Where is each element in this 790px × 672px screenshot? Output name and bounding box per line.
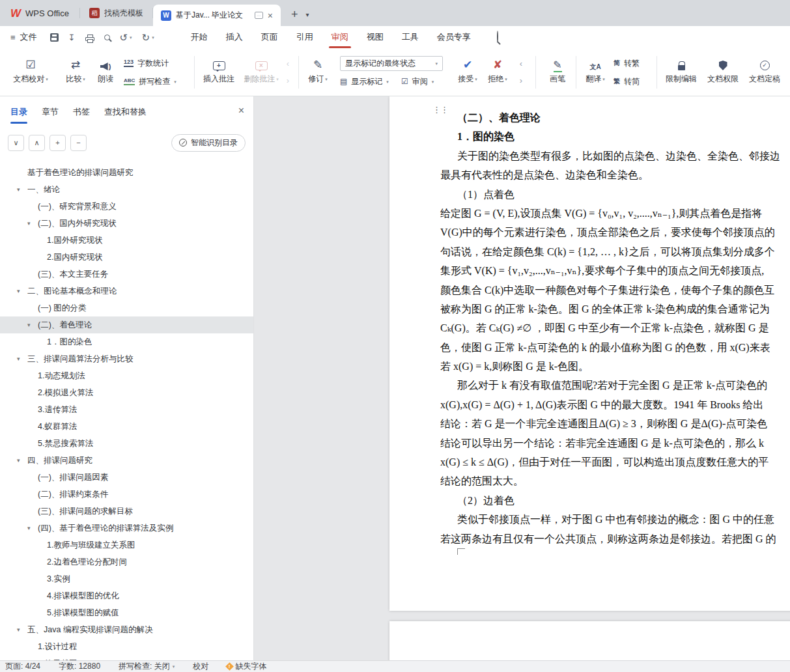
sidebar-tab[interactable]: 书签: [73, 96, 90, 128]
restrict-editing-button[interactable]: 限制编辑: [662, 54, 701, 85]
toc-item[interactable]: ▾ (一)、排课问题因素: [0, 469, 253, 486]
toc-item[interactable]: ▾ (二)、排课约束条件: [0, 486, 253, 503]
toc-item[interactable]: ▾ (三)、排课问题的求解目标: [0, 503, 253, 520]
new-tab-dropdown-icon[interactable]: ▾: [306, 11, 309, 18]
previous-comment-button[interactable]: ‹: [281, 57, 294, 70]
menu-item[interactable]: 开始: [182, 26, 217, 48]
menu-item[interactable]: 会员专享: [428, 26, 480, 48]
next-comment-button[interactable]: ›: [281, 74, 294, 87]
menu-item[interactable]: 工具: [393, 26, 428, 48]
document-page-next[interactable]: [389, 621, 790, 660]
toc-expand-arrow-icon[interactable]: ▾: [17, 626, 27, 633]
file-menu[interactable]: ≡ 文件: [10, 31, 37, 43]
toc-item[interactable]: ▾ 2.模拟退火算法: [0, 384, 253, 401]
toc-expand-arrow-icon[interactable]: ▾: [17, 186, 27, 193]
document-area[interactable]: ⋮⋮ （二）、着色理论1．图的染色关于图的染色类型有很多，比如图的点染色、边染色…: [255, 96, 790, 660]
toc-zoom-out-button[interactable]: −: [70, 135, 87, 151]
toc-expand-arrow-icon[interactable]: ▾: [27, 220, 38, 227]
menu-item[interactable]: 插入: [217, 26, 252, 48]
review-pane-button[interactable]: ☑ 审阅▾: [401, 74, 434, 89]
toc-item[interactable]: ▾ 4.排课模型图的优化: [0, 587, 253, 604]
insert-comment-button[interactable]: + 插入批注: [199, 54, 238, 85]
read-aloud-button[interactable]: ) 朗读: [92, 54, 119, 85]
toc-expand-all-button[interactable]: ∧: [29, 135, 45, 151]
toc-item[interactable]: ▾ 1.动态规划法: [0, 367, 253, 384]
toc-item[interactable]: ▾ 4.蚁群算法: [0, 418, 253, 435]
markup-state-select[interactable]: 显示标记的最终状态▾: [340, 56, 443, 71]
proofread-indicator[interactable]: 校对: [193, 661, 208, 672]
toc-item[interactable]: ▾ 5.禁忌搜索算法: [0, 435, 253, 452]
proofread-button[interactable]: ☑ 文档校对▾: [9, 54, 52, 85]
word-count-button[interactable]: 123 字数统计: [124, 56, 169, 70]
toc-item[interactable]: ▾ (四)、基于着色理论的排课算法及实例: [0, 520, 253, 537]
doc-finalize-button[interactable]: ✓ 文档定稿: [745, 54, 784, 85]
toc-expand-arrow-icon[interactable]: ▾: [17, 457, 27, 464]
toc-expand-arrow-icon[interactable]: ▾: [17, 288, 27, 294]
sidebar-tab[interactable]: 查找和替换: [104, 96, 147, 128]
print-preview-button[interactable]: [104, 35, 110, 40]
menu-item[interactable]: 引用: [287, 26, 322, 48]
tab-template-doc[interactable]: 稻 找稿壳模板: [80, 0, 152, 26]
sidebar-close-icon[interactable]: ×: [238, 105, 244, 117]
toc-expand-arrow-icon[interactable]: ▾: [27, 322, 38, 328]
toc-item[interactable]: ▾ 1．图的染色: [0, 333, 253, 350]
menu-item[interactable]: 审阅: [322, 26, 358, 48]
toc-item[interactable]: ▾ 1.国外研究现状: [0, 232, 253, 249]
search-button[interactable]: [497, 31, 498, 43]
toc-item[interactable]: ▾ 一、绪论: [0, 181, 253, 198]
toc-item[interactable]: ▾ 2.国内研究现状: [0, 249, 253, 266]
toc-item[interactable]: ▾ 2.边着色理论分配时间: [0, 553, 253, 570]
toc-item[interactable]: ▾ 五、Java 编程实现排课问题的解决: [0, 621, 253, 638]
sidebar-tab[interactable]: 章节: [42, 96, 59, 128]
toc-zoom-in-button[interactable]: +: [49, 135, 66, 151]
toc-item[interactable]: ▾ (三)、本文主要任务: [0, 266, 253, 283]
comment-bubble-icon[interactable]: ⋯: [255, 12, 263, 19]
missing-fonts-warning[interactable]: ! 缺失字体: [227, 661, 266, 672]
next-change-button[interactable]: ›: [515, 74, 528, 87]
redo-button[interactable]: ↻▾: [142, 33, 154, 42]
delete-comment-button[interactable]: × 删除批注▾: [240, 54, 283, 85]
toc-item[interactable]: ▾ 二、图论基本概念和理论: [0, 283, 253, 300]
home-tab[interactable]: W WPS Office: [0, 0, 79, 26]
sidebar-tab[interactable]: 目录: [10, 96, 27, 128]
export-pdf-button[interactable]: ↧: [68, 33, 76, 42]
toc-item[interactable]: ▾ 5.排课模型图的赋值: [0, 604, 253, 621]
print-button[interactable]: [85, 34, 94, 41]
page-indicator[interactable]: 页面: 4/24: [5, 661, 40, 672]
menu-item[interactable]: 页面: [252, 26, 287, 48]
spellcheck-indicator[interactable]: 拼写检查: 关闭▾: [119, 661, 175, 672]
new-tab-button[interactable]: +: [291, 8, 298, 20]
tab-thesis-doc-active[interactable]: W 基于Jav... 毕业论文 ⋯ ×: [153, 5, 281, 26]
word-count-indicator[interactable]: 字数: 12880: [59, 661, 100, 672]
previous-change-button[interactable]: ‹: [515, 57, 528, 70]
toc-item[interactable]: ▾ (二)、着色理论: [0, 316, 253, 333]
save-button[interactable]: [50, 33, 59, 42]
show-markup-button[interactable]: ▤ 显示标记▾: [340, 74, 389, 89]
toc-item[interactable]: ▾ (一) 图的分类: [0, 300, 253, 316]
translate-button[interactable]: 文A 翻译▾: [581, 54, 610, 85]
undo-button[interactable]: ↺▾: [120, 33, 132, 42]
toc-item[interactable]: ▾ (二)、国内外研究现状: [0, 215, 253, 232]
spell-check-button[interactable]: ABC 拼写检查▾: [124, 74, 176, 89]
toc-item[interactable]: ▾ 四、排课问题研究: [0, 452, 253, 469]
doc-permission-button[interactable]: 文档权限: [703, 54, 742, 85]
toc-item[interactable]: ▾ 基于着色理论的排课问题研究: [0, 164, 253, 181]
close-tab-icon[interactable]: ×: [268, 11, 273, 20]
to-traditional-button[interactable]: 简 转繁: [614, 56, 640, 70]
smart-toc-button[interactable]: 智能识别目录: [171, 134, 246, 152]
toc-item[interactable]: ▾ 三、排课问题算法分析与比较: [0, 350, 253, 367]
toc-collapse-all-button[interactable]: ∨: [8, 135, 24, 151]
toc-expand-arrow-icon[interactable]: ▾: [17, 356, 27, 362]
track-changes-button[interactable]: ✎ 修订▾: [303, 54, 332, 85]
toc-item[interactable]: ▾ 1.设计过程: [0, 638, 253, 655]
toc-item[interactable]: ▾ 3.遗传算法: [0, 401, 253, 418]
toc-item[interactable]: ▾ 2.效果截图: [0, 655, 253, 660]
document-page[interactable]: ⋮⋮ （二）、着色理论1．图的染色关于图的染色类型有很多，比如图的点染色、边染色…: [389, 96, 790, 611]
toc-item[interactable]: ▾ 3.实例: [0, 570, 253, 587]
accept-change-button[interactable]: ✔ 接受▾: [453, 54, 482, 85]
toc-expand-arrow-icon[interactable]: ▾: [27, 525, 38, 531]
ink-pen-button[interactable]: ✎ 画笔: [543, 54, 572, 85]
menu-item[interactable]: 视图: [358, 26, 393, 48]
compare-button[interactable]: ⇄ 比较▾: [61, 54, 90, 85]
toc-item[interactable]: ▾ (一)、研究背景和意义: [0, 198, 253, 215]
